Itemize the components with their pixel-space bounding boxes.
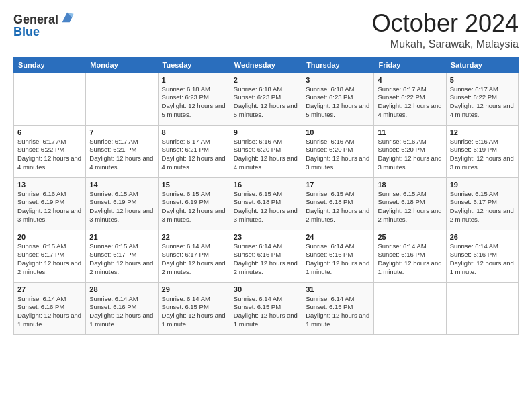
calendar-cell: 29Sunrise: 6:14 AM Sunset: 6:15 PM Dayli… <box>158 282 230 334</box>
day-info: Sunrise: 6:14 AM Sunset: 6:17 PM Dayligh… <box>162 242 226 277</box>
calendar-cell: 21Sunrise: 6:15 AM Sunset: 6:17 PM Dayli… <box>86 230 158 282</box>
calendar-body: 1Sunrise: 6:18 AM Sunset: 6:23 PM Daylig… <box>14 73 519 334</box>
logo-icon <box>60 10 75 25</box>
day-number: 10 <box>306 128 370 136</box>
calendar-cell <box>86 73 158 125</box>
day-number: 14 <box>89 181 154 189</box>
calendar-cell: 10Sunrise: 6:16 AM Sunset: 6:20 PM Dayli… <box>302 125 374 177</box>
day-info: Sunrise: 6:17 AM Sunset: 6:22 PM Dayligh… <box>450 85 515 120</box>
logo-blue: Blue <box>13 26 58 38</box>
calendar-table: SundayMondayTuesdayWednesdayThursdayFrid… <box>13 57 519 335</box>
day-info: Sunrise: 6:18 AM Sunset: 6:23 PM Dayligh… <box>306 85 370 120</box>
calendar-cell: 30Sunrise: 6:14 AM Sunset: 6:15 PM Dayli… <box>230 282 302 334</box>
calendar-cell: 16Sunrise: 6:15 AM Sunset: 6:18 PM Dayli… <box>230 177 302 230</box>
day-info: Sunrise: 6:14 AM Sunset: 6:16 PM Dayligh… <box>89 295 154 329</box>
day-number: 13 <box>17 181 82 189</box>
day-info: Sunrise: 6:14 AM Sunset: 6:16 PM Dayligh… <box>17 295 82 329</box>
day-number: 9 <box>234 128 298 136</box>
day-number: 19 <box>450 181 515 189</box>
day-info: Sunrise: 6:18 AM Sunset: 6:23 PM Dayligh… <box>234 85 298 120</box>
day-number: 29 <box>162 285 226 293</box>
day-info: Sunrise: 6:17 AM Sunset: 6:22 PM Dayligh… <box>17 138 82 172</box>
calendar-cell: 31Sunrise: 6:14 AM Sunset: 6:15 PM Dayli… <box>302 282 374 334</box>
week-row-5: 27Sunrise: 6:14 AM Sunset: 6:16 PM Dayli… <box>14 282 519 334</box>
calendar-cell: 15Sunrise: 6:15 AM Sunset: 6:19 PM Dayli… <box>158 177 230 230</box>
day-info: Sunrise: 6:16 AM Sunset: 6:20 PM Dayligh… <box>234 138 298 172</box>
day-info: Sunrise: 6:17 AM Sunset: 6:21 PM Dayligh… <box>89 138 154 172</box>
week-row-4: 20Sunrise: 6:15 AM Sunset: 6:17 PM Dayli… <box>14 230 519 282</box>
day-number: 6 <box>17 128 82 136</box>
day-info: Sunrise: 6:15 AM Sunset: 6:17 PM Dayligh… <box>450 190 515 224</box>
calendar-cell: 5Sunrise: 6:17 AM Sunset: 6:22 PM Daylig… <box>446 73 518 125</box>
calendar-cell: 2Sunrise: 6:18 AM Sunset: 6:23 PM Daylig… <box>230 73 302 125</box>
day-info: Sunrise: 6:15 AM Sunset: 6:19 PM Dayligh… <box>162 190 226 224</box>
calendar-cell: 17Sunrise: 6:15 AM Sunset: 6:18 PM Dayli… <box>302 177 374 230</box>
day-info: Sunrise: 6:15 AM Sunset: 6:18 PM Dayligh… <box>378 190 442 224</box>
calendar-cell <box>446 282 518 334</box>
day-info: Sunrise: 6:14 AM Sunset: 6:16 PM Dayligh… <box>234 242 298 277</box>
day-info: Sunrise: 6:15 AM Sunset: 6:17 PM Dayligh… <box>89 242 154 277</box>
day-number: 17 <box>306 181 370 189</box>
weekday-header-friday: Friday <box>374 57 446 73</box>
day-info: Sunrise: 6:14 AM Sunset: 6:16 PM Dayligh… <box>306 242 370 277</box>
day-number: 12 <box>450 128 515 136</box>
day-number: 2 <box>234 76 298 84</box>
day-info: Sunrise: 6:18 AM Sunset: 6:23 PM Dayligh… <box>162 85 226 120</box>
calendar-cell: 12Sunrise: 6:16 AM Sunset: 6:19 PM Dayli… <box>446 125 518 177</box>
day-info: Sunrise: 6:17 AM Sunset: 6:21 PM Dayligh… <box>162 138 226 172</box>
calendar-cell: 11Sunrise: 6:16 AM Sunset: 6:20 PM Dayli… <box>374 125 446 177</box>
day-number: 5 <box>450 76 515 84</box>
day-info: Sunrise: 6:15 AM Sunset: 6:18 PM Dayligh… <box>234 190 298 224</box>
day-number: 1 <box>162 76 226 84</box>
day-number: 7 <box>89 128 154 136</box>
day-number: 28 <box>89 285 154 293</box>
calendar-cell: 3Sunrise: 6:18 AM Sunset: 6:23 PM Daylig… <box>302 73 374 125</box>
calendar-cell: 8Sunrise: 6:17 AM Sunset: 6:21 PM Daylig… <box>158 125 230 177</box>
day-info: Sunrise: 6:16 AM Sunset: 6:19 PM Dayligh… <box>450 138 515 172</box>
day-info: Sunrise: 6:14 AM Sunset: 6:15 PM Dayligh… <box>162 295 226 329</box>
day-info: Sunrise: 6:14 AM Sunset: 6:15 PM Dayligh… <box>234 295 298 329</box>
weekday-header-saturday: Saturday <box>446 57 518 73</box>
day-info: Sunrise: 6:17 AM Sunset: 6:22 PM Dayligh… <box>378 85 442 120</box>
calendar-cell: 24Sunrise: 6:14 AM Sunset: 6:16 PM Dayli… <box>302 230 374 282</box>
day-number: 15 <box>162 181 226 189</box>
logo-text: General Blue <box>13 13 58 38</box>
calendar-cell: 1Sunrise: 6:18 AM Sunset: 6:23 PM Daylig… <box>158 73 230 125</box>
location-title: Mukah, Sarawak, Malaysia <box>372 38 519 50</box>
calendar-cell: 13Sunrise: 6:16 AM Sunset: 6:19 PM Dayli… <box>14 177 86 230</box>
day-info: Sunrise: 6:16 AM Sunset: 6:20 PM Dayligh… <box>378 138 442 172</box>
week-row-1: 1Sunrise: 6:18 AM Sunset: 6:23 PM Daylig… <box>14 73 519 125</box>
weekday-header-wednesday: Wednesday <box>230 57 302 73</box>
calendar-cell: 23Sunrise: 6:14 AM Sunset: 6:16 PM Dayli… <box>230 230 302 282</box>
calendar-cell: 26Sunrise: 6:14 AM Sunset: 6:16 PM Dayli… <box>446 230 518 282</box>
logo: General Blue <box>13 13 75 38</box>
day-number: 30 <box>234 285 298 293</box>
weekday-header-sunday: Sunday <box>14 57 86 73</box>
calendar-header: SundayMondayTuesdayWednesdayThursdayFrid… <box>14 57 519 73</box>
calendar-cell <box>374 282 446 334</box>
calendar-cell: 14Sunrise: 6:15 AM Sunset: 6:19 PM Dayli… <box>86 177 158 230</box>
day-number: 8 <box>162 128 226 136</box>
day-number: 24 <box>306 233 370 241</box>
day-number: 27 <box>17 285 82 293</box>
day-info: Sunrise: 6:14 AM Sunset: 6:16 PM Dayligh… <box>378 242 442 277</box>
page: General Blue October 2024 Mukah, Sarawak… <box>0 0 532 411</box>
day-number: 4 <box>378 76 442 84</box>
day-info: Sunrise: 6:15 AM Sunset: 6:19 PM Dayligh… <box>89 190 154 224</box>
weekday-row: SundayMondayTuesdayWednesdayThursdayFrid… <box>14 57 519 73</box>
calendar-cell: 25Sunrise: 6:14 AM Sunset: 6:16 PM Dayli… <box>374 230 446 282</box>
calendar-cell: 22Sunrise: 6:14 AM Sunset: 6:17 PM Dayli… <box>158 230 230 282</box>
day-number: 25 <box>378 233 442 241</box>
calendar-cell: 27Sunrise: 6:14 AM Sunset: 6:16 PM Dayli… <box>14 282 86 334</box>
day-number: 26 <box>450 233 515 241</box>
calendar-cell: 19Sunrise: 6:15 AM Sunset: 6:17 PM Dayli… <box>446 177 518 230</box>
calendar-cell: 7Sunrise: 6:17 AM Sunset: 6:21 PM Daylig… <box>86 125 158 177</box>
weekday-header-thursday: Thursday <box>302 57 374 73</box>
day-number: 31 <box>306 285 370 293</box>
title-block: October 2024 Mukah, Sarawak, Malaysia <box>372 10 519 50</box>
calendar-cell: 4Sunrise: 6:17 AM Sunset: 6:22 PM Daylig… <box>374 73 446 125</box>
day-info: Sunrise: 6:15 AM Sunset: 6:17 PM Dayligh… <box>17 242 82 277</box>
day-number: 22 <box>162 233 226 241</box>
logo-general: General <box>13 13 58 26</box>
week-row-2: 6Sunrise: 6:17 AM Sunset: 6:22 PM Daylig… <box>14 125 519 177</box>
